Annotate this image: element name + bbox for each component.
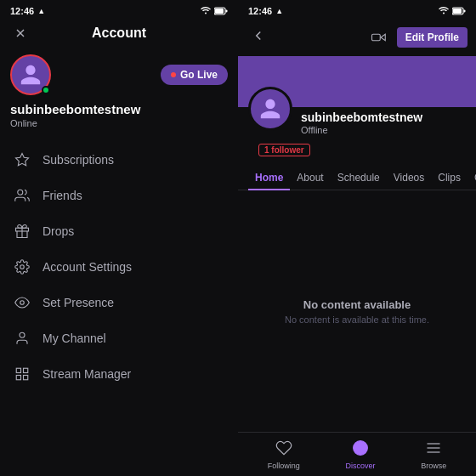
- username: subinbeebomtestnew: [10, 102, 228, 116]
- left-status-left: 12:46 ▲: [10, 6, 45, 16]
- star-icon: [14, 151, 31, 168]
- browse-label: Browse: [421, 462, 446, 470]
- profile-section: Go Live subinbeebomtestnew Online: [0, 48, 238, 139]
- nav-item-browse[interactable]: Browse: [411, 436, 456, 473]
- no-content-subtitle: No content is available at this time.: [285, 314, 429, 325]
- friends-label: Friends: [42, 189, 82, 202]
- right-status-bar: 12:46 ▲: [238, 0, 476, 20]
- left-status-bar: 12:46 ▲: [0, 0, 238, 20]
- go-live-button[interactable]: Go Live: [161, 65, 228, 85]
- left-alert-icon: ▲: [37, 7, 45, 15]
- tab-home[interactable]: Home: [248, 167, 290, 190]
- svg-rect-2: [226, 10, 228, 13]
- edit-profile-button[interactable]: Edit Profile: [397, 27, 468, 48]
- back-button[interactable]: [246, 26, 270, 49]
- set-presence-label: Set Presence: [42, 296, 114, 309]
- back-icon: [251, 28, 266, 47]
- menu-item-subscriptions[interactable]: Subscriptions: [0, 142, 238, 178]
- menu-item-set-presence[interactable]: Set Presence: [0, 285, 238, 320]
- nav-item-following[interactable]: Following: [258, 436, 310, 473]
- my-channel-label: My Channel: [42, 332, 106, 345]
- gear-icon: [14, 258, 31, 275]
- right-panel: 12:46 ▲ Edit Profile subinbeebomtestne: [238, 0, 476, 476]
- live-dot: [171, 72, 176, 77]
- online-indicator: [42, 86, 50, 94]
- left-header: Account: [0, 20, 238, 48]
- svg-rect-17: [453, 8, 462, 14]
- channel-avatar-icon: [258, 97, 282, 121]
- right-header-actions: Edit Profile: [366, 26, 468, 49]
- channel-content: No content available No content is avail…: [238, 190, 476, 432]
- go-live-label: Go Live: [180, 69, 218, 81]
- menu-item-stream-manager[interactable]: Stream Manager: [0, 356, 238, 392]
- svg-rect-18: [464, 10, 466, 13]
- svg-marker-5: [16, 154, 29, 166]
- user-status: Online: [10, 118, 228, 128]
- followers-row: 1 follower: [238, 139, 476, 156]
- channel-tabs: Home About Schedule Videos Clips Chat: [238, 160, 476, 190]
- right-nav-bar: Following Discover Browse: [238, 432, 476, 476]
- heart-icon: [275, 439, 292, 460]
- tab-schedule[interactable]: Schedule: [331, 167, 387, 190]
- svg-point-11: [20, 332, 25, 337]
- left-status-right: [201, 7, 228, 15]
- right-time: 12:46: [248, 6, 272, 16]
- eye-icon: [14, 294, 31, 311]
- gift-icon: [14, 223, 31, 240]
- menu-item-drops[interactable]: Drops: [0, 213, 238, 249]
- svg-point-9: [20, 265, 25, 269]
- discover-icon: [352, 439, 369, 460]
- video-icon: [371, 30, 386, 45]
- right-header: Edit Profile: [238, 20, 476, 56]
- right-alert-icon: ▲: [275, 7, 283, 15]
- svg-point-10: [20, 301, 25, 305]
- profile-top-row: Go Live: [10, 54, 228, 95]
- tab-clips[interactable]: Clips: [431, 167, 468, 190]
- channel-info-row: subinbeebomtestnew Offline: [238, 87, 476, 135]
- stream-manager-label: Stream Manager: [42, 367, 131, 381]
- svg-marker-20: [381, 34, 385, 41]
- tab-chat[interactable]: Chat: [468, 167, 476, 190]
- nav-item-discover[interactable]: Discover: [335, 436, 385, 473]
- right-battery-icon: [452, 7, 466, 15]
- discover-label: Discover: [345, 462, 375, 470]
- tab-videos[interactable]: Videos: [387, 167, 431, 190]
- left-time: 12:46: [10, 6, 34, 16]
- account-settings-label: Account Settings: [42, 260, 132, 274]
- right-status-left: 12:46 ▲: [248, 6, 283, 16]
- no-content-title: No content available: [303, 298, 411, 311]
- left-wifi-icon: [201, 7, 211, 15]
- avatar-wrapper[interactable]: [10, 54, 51, 95]
- tab-about[interactable]: About: [290, 167, 330, 190]
- left-panel: 12:46 ▲ Account Go: [0, 0, 238, 476]
- svg-rect-13: [24, 368, 28, 372]
- channel-username: subinbeebomtestnew: [301, 110, 422, 124]
- drops-label: Drops: [42, 224, 74, 238]
- menu-item-account-settings[interactable]: Account Settings: [0, 249, 238, 285]
- friends-icon: [14, 187, 31, 204]
- svg-rect-14: [24, 376, 28, 380]
- left-battery-icon: [214, 7, 228, 15]
- channel-text: subinbeebomtestnew Offline: [301, 87, 422, 135]
- video-button[interactable]: [366, 26, 390, 49]
- right-wifi-icon: [439, 7, 449, 15]
- avatar-icon: [19, 63, 42, 87]
- svg-point-6: [18, 190, 23, 195]
- close-button[interactable]: [10, 23, 31, 43]
- close-icon: [14, 26, 27, 40]
- following-label: Following: [268, 462, 300, 470]
- menu-item-my-channel[interactable]: My Channel: [0, 320, 238, 356]
- svg-rect-15: [16, 376, 20, 380]
- grid-icon: [14, 366, 31, 382]
- right-status-right: [439, 7, 466, 15]
- menu-list: Subscriptions Friends Drops Account Sett…: [0, 139, 238, 476]
- svg-rect-12: [16, 368, 20, 372]
- menu-item-friends[interactable]: Friends: [0, 178, 238, 213]
- svg-rect-19: [371, 34, 380, 41]
- followers-badge: 1 follower: [258, 144, 310, 156]
- left-panel-title: Account: [92, 26, 146, 41]
- channel-avatar: [248, 87, 292, 131]
- channel-status: Offline: [301, 125, 422, 135]
- browse-icon: [425, 439, 442, 460]
- subscriptions-label: Subscriptions: [42, 153, 114, 167]
